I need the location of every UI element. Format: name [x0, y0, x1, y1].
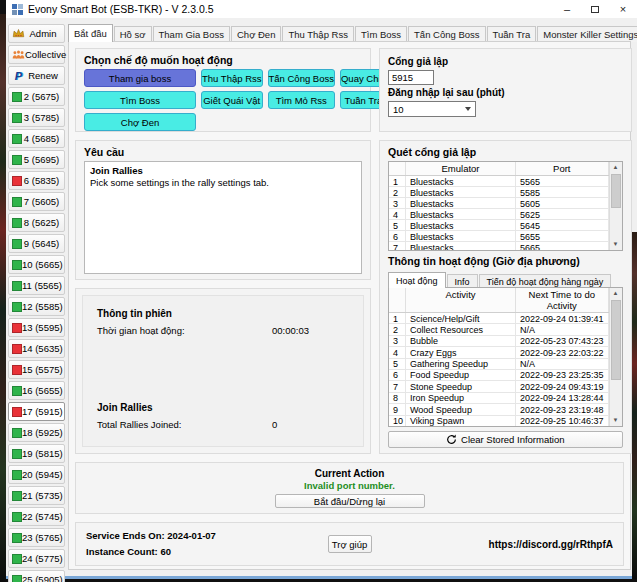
- mode-button-0[interactable]: Tham gia boss: [84, 69, 196, 87]
- port-cell: 5565: [516, 176, 609, 186]
- emulator-row-6[interactable]: 6Bluestacks5655: [389, 231, 609, 242]
- instance-label: 7 (5605): [22, 196, 61, 207]
- emulator-row-3[interactable]: 3Bluestacks5605: [389, 198, 609, 209]
- activity-tab-1[interactable]: Info: [447, 274, 478, 288]
- emulator-cell: Bluestacks: [406, 198, 516, 208]
- port-cell: 5655: [516, 231, 609, 241]
- sidebar-item-collective[interactable]: Collective: [8, 45, 65, 64]
- main-tab-1[interactable]: Hồ sơ: [114, 26, 152, 42]
- sidebar-item-admin[interactable]: Admin: [8, 24, 65, 43]
- minimize-button[interactable]: –: [553, 0, 581, 18]
- main-tab-4[interactable]: Thu Thập Rss: [282, 26, 354, 42]
- relogin-select[interactable]: 10: [388, 101, 476, 117]
- emulator-row-7[interactable]: 7Bluestacks5665: [389, 242, 609, 250]
- maximize-icon: [591, 6, 599, 13]
- activity-row-10[interactable]: 10Viking Spawn2022-09-25 10:46:37: [389, 416, 609, 426]
- activity-row-1[interactable]: 1Science/Help/Gift2022-09-24 01:39:41: [389, 313, 609, 324]
- main-tab-7[interactable]: Tuần Tra: [487, 26, 537, 42]
- activity-row-8[interactable]: 8Iron Speedup2022-09-24 13:28:44: [389, 393, 609, 404]
- sidebar-instance-18[interactable]: 18 (5925): [8, 423, 65, 442]
- sidebar-instance-4[interactable]: 4 (5685): [8, 129, 65, 148]
- activity-row-5[interactable]: 5Gathering SpeedupN/A: [389, 359, 609, 370]
- emulator-row-2[interactable]: 2Bluestacks5585: [389, 187, 609, 198]
- footer-panel: Service Ends On: 2024-01-07 Instance Cou…: [75, 522, 624, 566]
- status-square-icon: [12, 323, 22, 333]
- sidebar-instance-8[interactable]: 8 (5625): [8, 213, 65, 232]
- scroll-up-icon[interactable]: ▲: [610, 288, 622, 299]
- discord-link[interactable]: https://discord.gg/rRthpfA: [489, 539, 613, 550]
- port-input[interactable]: [388, 70, 434, 85]
- main-tab-3[interactable]: Chợ Đen: [231, 26, 281, 42]
- instance-label: 6 (5835): [22, 175, 61, 186]
- sidebar-item-renew[interactable]: PRenew: [8, 66, 65, 85]
- sidebar-instance-11[interactable]: 11 (5565): [8, 276, 65, 295]
- session-panel: Thông tin phiên Thời gian hoạt động: 00:…: [75, 288, 371, 454]
- sidebar-instance-17[interactable]: 17 (5915): [8, 402, 65, 421]
- help-button[interactable]: Trợ giúp: [328, 535, 372, 553]
- sidebar-instance-25[interactable]: 25 (5905): [8, 570, 65, 582]
- activity-tab-0[interactable]: Hoạt động: [388, 272, 446, 288]
- scroll-up-icon[interactable]: ▲: [610, 162, 622, 173]
- port-cell: 5625: [516, 209, 609, 219]
- scroll-down-icon[interactable]: ▼: [610, 415, 622, 426]
- sidebar-instance-13[interactable]: 13 (5595): [8, 318, 65, 337]
- activity-row-3[interactable]: 3Bubble2022-05-23 07:43:23: [389, 336, 609, 347]
- sidebar-instance-9[interactable]: 9 (5645): [8, 234, 65, 253]
- main-tab-6[interactable]: Tấn Công Boss: [408, 26, 485, 42]
- activity-row-6[interactable]: 6Food Speedup2022-09-23 23:25:35: [389, 370, 609, 381]
- sidebar-instance-20[interactable]: 20 (5945): [8, 465, 65, 484]
- maximize-button[interactable]: [581, 0, 609, 18]
- sidebar-instance-21[interactable]: 21 (5735): [8, 486, 65, 505]
- activity-table-scrollbar[interactable]: ▲ ▼: [609, 288, 622, 426]
- sidebar-instance-23[interactable]: 23 (5765): [8, 528, 65, 547]
- row-index: 5: [389, 220, 406, 230]
- sidebar-instance-22[interactable]: 22 (5745): [8, 507, 65, 526]
- close-button[interactable]: ×: [609, 0, 637, 18]
- sidebar-instance-3[interactable]: 3 (5785): [8, 108, 65, 127]
- sidebar-instance-19[interactable]: 19 (5815): [8, 444, 65, 463]
- sidebar-instance-5[interactable]: 5 (5695): [8, 150, 65, 169]
- mode-button-5[interactable]: Giết Quái Vật: [201, 91, 263, 109]
- instance-label: 12 (5585): [22, 301, 63, 312]
- instance-label: 19 (5815): [22, 448, 63, 459]
- uptime-value: 00:00:03: [272, 325, 309, 336]
- mode-button-4[interactable]: Tìm Boss: [84, 91, 196, 109]
- row-index: 3: [389, 198, 406, 208]
- next-time-cell: 2022-09-24 01:39:41: [516, 313, 609, 323]
- main-tab-0[interactable]: Bắt đầu: [68, 24, 113, 42]
- instance-label: 11 (5565): [22, 280, 62, 291]
- sidebar-instance-2[interactable]: 2 (5675): [8, 87, 65, 106]
- status-square-icon: [12, 92, 22, 102]
- scroll-down-icon[interactable]: ▼: [610, 239, 622, 250]
- mode-button-2[interactable]: Tấn Công Boss: [268, 69, 335, 87]
- emulator-row-5[interactable]: 5Bluestacks5645: [389, 220, 609, 231]
- main-tab-8[interactable]: Monster Killer Settings: [537, 26, 637, 42]
- mode-button-6[interactable]: Tìm Mỏ Rss: [268, 91, 335, 109]
- sidebar-instance-7[interactable]: 7 (5605): [8, 192, 65, 211]
- app-window: Evony Smart Bot (ESB-TKR) - V 2.3.0.5 – …: [6, 0, 637, 579]
- main-tab-5[interactable]: Tìm Boss: [355, 26, 407, 42]
- row-index: 2: [389, 324, 406, 334]
- clear-stored-information-button[interactable]: Clear Stored Information: [388, 431, 623, 448]
- mode-button-1[interactable]: Thu Thập Rss: [201, 69, 263, 87]
- emulator-row-4[interactable]: 4Bluestacks5625: [389, 209, 609, 220]
- sidebar-instance-6[interactable]: 6 (5835): [8, 171, 65, 190]
- main-tab-2[interactable]: Tham Gia Boss: [153, 26, 230, 42]
- activity-row-2[interactable]: 2Collect ResourcesN/A: [389, 324, 609, 335]
- sidebar-instance-12[interactable]: 12 (5585): [8, 297, 65, 316]
- sidebar-instance-16[interactable]: 16 (5655): [8, 381, 65, 400]
- sidebar-instance-15[interactable]: 15 (5575): [8, 360, 65, 379]
- instance-label: 2 (5675): [22, 91, 61, 102]
- sidebar-instance-14[interactable]: 14 (5635): [8, 339, 65, 358]
- activity-row-7[interactable]: 7Stone Speedup2022-09-24 09:43:19: [389, 381, 609, 392]
- sidebar-instance-10[interactable]: 10 (5665): [8, 255, 65, 274]
- status-square-icon: [12, 218, 22, 228]
- emulator-table-scrollbar[interactable]: ▲ ▼: [609, 162, 622, 250]
- activity-row-4[interactable]: 4Crazy Eggs2022-09-23 22:03:22: [389, 347, 609, 358]
- activity-row-9[interactable]: 9Wood Speedup2022-09-23 23:19:48: [389, 404, 609, 415]
- sidebar-instance-24[interactable]: 24 (5775): [8, 549, 65, 568]
- activity-tab-2[interactable]: Tiến độ hoạt động hàng ngày: [479, 274, 612, 288]
- start-stop-button[interactable]: Bắt đầu/Dừng lại: [275, 494, 425, 508]
- emulator-row-1[interactable]: 1Bluestacks5565: [389, 176, 609, 187]
- mode-button-8[interactable]: Chợ Đen: [84, 113, 196, 131]
